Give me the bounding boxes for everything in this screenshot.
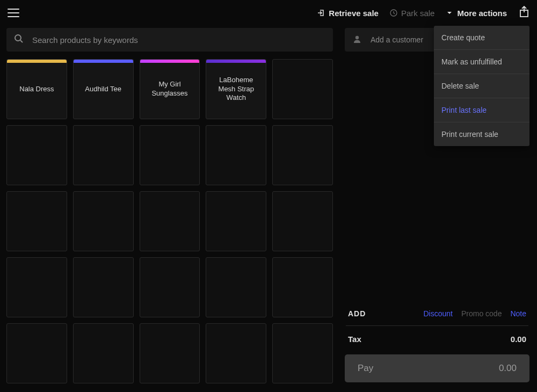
pay-label: Pay — [358, 363, 373, 374]
pay-amount: 0.00 — [499, 363, 517, 374]
menu-button[interactable] — [8, 9, 19, 17]
promo-code-link[interactable]: Promo code — [461, 309, 502, 318]
empty-tile[interactable] — [6, 191, 67, 251]
search-bar[interactable] — [6, 28, 333, 52]
product-name: LaBoheme Mesh Strap Watch — [211, 76, 262, 103]
product-name: My Girl Sunglasses — [144, 80, 195, 98]
more-actions-button[interactable]: More actions — [445, 9, 507, 18]
add-section-title: ADD — [348, 309, 366, 318]
empty-tile[interactable] — [272, 191, 333, 251]
share-button[interactable] — [519, 6, 529, 20]
more-actions-menu: Create quoteMark as unfulfilledDelete sa… — [434, 26, 529, 146]
add-customer-label: Add a customer — [371, 35, 423, 44]
empty-tile[interactable] — [73, 323, 134, 383]
empty-tile[interactable] — [206, 323, 266, 383]
park-sale-button[interactable]: Park sale — [389, 9, 435, 18]
empty-tile[interactable] — [73, 191, 134, 251]
retrieve-sale-button[interactable]: Retrieve sale — [317, 9, 379, 18]
empty-tile[interactable] — [140, 191, 200, 251]
menu-item[interactable]: Mark as unfulfilled — [434, 50, 529, 74]
discount-link[interactable]: Discount — [423, 309, 452, 318]
product-stripe — [206, 60, 266, 63]
empty-tile[interactable] — [140, 257, 200, 317]
menu-item[interactable]: Print current sale — [434, 122, 529, 146]
empty-tile[interactable] — [73, 257, 134, 317]
empty-tile[interactable] — [206, 191, 266, 251]
tax-value: 0.00 — [511, 335, 526, 344]
retrieve-sale-label: Retrieve sale — [329, 9, 379, 18]
empty-tile[interactable] — [272, 59, 333, 119]
search-input[interactable] — [32, 35, 325, 45]
empty-tile[interactable] — [140, 323, 200, 383]
svg-point-3 — [355, 35, 359, 39]
menu-item[interactable]: Delete sale — [434, 74, 529, 98]
product-tile[interactable]: Audhild Tee — [73, 59, 134, 119]
more-actions-label: More actions — [457, 9, 507, 18]
product-stripe — [7, 60, 67, 63]
empty-tile[interactable] — [272, 323, 333, 383]
person-icon — [352, 34, 362, 46]
retrieve-icon — [317, 9, 325, 17]
clock-icon — [389, 9, 398, 17]
product-tile[interactable]: My Girl Sunglasses — [140, 59, 200, 119]
product-tile[interactable]: Nala Dress — [6, 59, 67, 119]
empty-tile[interactable] — [206, 125, 266, 185]
search-icon — [14, 34, 24, 46]
empty-tile[interactable] — [206, 257, 266, 317]
empty-tile[interactable] — [272, 257, 333, 317]
empty-tile[interactable] — [73, 125, 134, 185]
product-stripe — [140, 60, 200, 63]
empty-tile[interactable] — [6, 257, 67, 317]
product-tile[interactable]: LaBoheme Mesh Strap Watch — [206, 59, 266, 119]
empty-tile[interactable] — [6, 125, 67, 185]
empty-tile[interactable] — [6, 323, 67, 383]
empty-tile[interactable] — [272, 125, 333, 185]
menu-item[interactable]: Create quote — [434, 26, 529, 50]
svg-point-2 — [15, 35, 21, 41]
product-name: Nala Dress — [19, 85, 54, 94]
product-name: Audhild Tee — [85, 85, 121, 94]
product-stripe — [74, 60, 133, 63]
empty-tile[interactable] — [140, 125, 200, 185]
pay-button[interactable]: Pay 0.00 — [345, 354, 529, 382]
note-link[interactable]: Note — [510, 309, 526, 318]
menu-item[interactable]: Print last sale — [434, 98, 529, 122]
tax-label: Tax — [348, 335, 361, 344]
chevron-down-icon — [445, 9, 454, 17]
park-sale-label: Park sale — [401, 9, 435, 18]
